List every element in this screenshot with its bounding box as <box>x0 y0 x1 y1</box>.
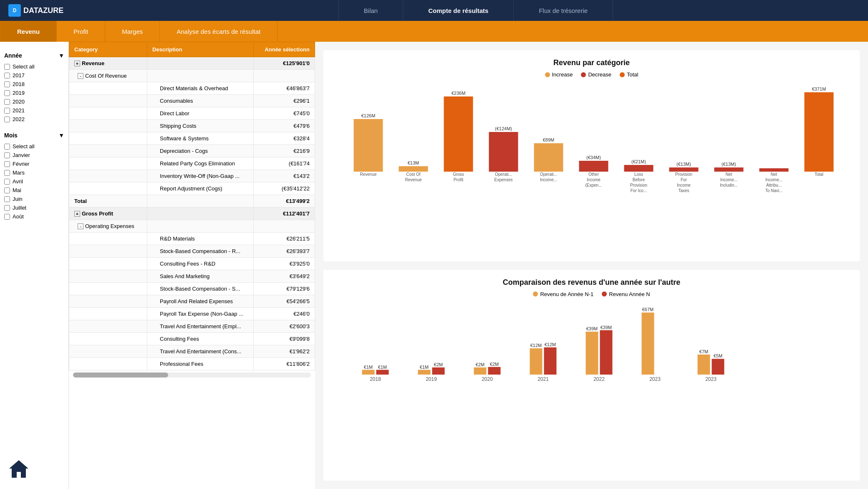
nav-compte[interactable]: Compte de résultats <box>403 0 514 21</box>
data-desc: Sales And Marketing <box>147 270 254 283</box>
data-desc: Software & Systems <box>147 132 254 145</box>
col-description[interactable]: Description <box>147 42 254 57</box>
tab-marges[interactable]: Marges <box>105 21 160 42</box>
svg-text:€67M: €67M <box>642 307 654 312</box>
svg-text:2019: 2019 <box>426 376 437 382</box>
svg-text:Expenses: Expenses <box>495 177 513 182</box>
year-2021[interactable]: 2021 <box>4 106 64 115</box>
data-desc: Related Party Cogs Elimination <box>147 157 254 170</box>
month-fevrier-checkbox[interactable] <box>4 161 10 167</box>
month-janvier-label: Janvier <box>13 152 30 158</box>
month-mars[interactable]: Mars <box>4 168 64 177</box>
year-2022-checkbox[interactable] <box>4 117 10 122</box>
select-all-annee-checkbox[interactable] <box>4 64 10 70</box>
data-amount: (€161'74 <box>253 157 315 170</box>
nav-bilan[interactable]: Bilan <box>338 0 403 21</box>
svg-text:2020: 2020 <box>482 376 493 382</box>
month-mai[interactable]: Mai <box>4 186 64 195</box>
chart1-legend: Increase Decrease Total <box>332 71 851 78</box>
svg-text:Cost Of: Cost Of <box>406 172 421 177</box>
total-amount: €13'499'2 <box>253 195 315 208</box>
year-2019[interactable]: 2019 <box>4 89 64 97</box>
select-all-annee[interactable]: Select all <box>4 62 64 71</box>
tab-revenu[interactable]: Revenu <box>0 21 57 42</box>
col-annee[interactable]: Année sélectionn <box>253 42 315 57</box>
expand-btn[interactable]: + <box>74 211 80 217</box>
svg-text:€371M: €371M <box>812 86 826 91</box>
home-icon <box>8 459 29 479</box>
month-avril-label: Avril <box>13 178 23 185</box>
month-aout[interactable]: Août <box>4 212 64 221</box>
month-janvier[interactable]: Janvier <box>4 151 64 160</box>
home-button[interactable] <box>8 459 29 481</box>
chart2-legend: Revenu de Année N-1 Revenu Année N <box>332 291 851 297</box>
svg-rect-1 <box>354 119 383 172</box>
tab-analyse[interactable]: Analyse des écarts de résultat <box>160 21 278 42</box>
month-juin[interactable]: Juin <box>4 195 64 203</box>
data-category <box>69 233 147 245</box>
svg-text:€5M: €5M <box>714 353 722 358</box>
expand-btn[interactable]: - <box>78 223 83 229</box>
data-category <box>69 345 147 358</box>
svg-rect-4 <box>399 166 428 172</box>
horizontal-scrollbar[interactable] <box>73 372 311 378</box>
svg-text:Includin...: Includin... <box>720 183 738 187</box>
mois-label: Mois <box>4 132 18 139</box>
svg-text:2023: 2023 <box>649 376 661 382</box>
data-desc: Professional Fees <box>147 358 254 370</box>
svg-rect-12 <box>489 132 518 172</box>
month-fevrier-label: Février <box>13 161 29 167</box>
svg-text:(€124M): (€124M) <box>495 126 512 131</box>
svg-marker-0 <box>9 460 28 478</box>
subheader-label: -Cost Of Revenue <box>69 70 147 82</box>
expand-btn[interactable]: + <box>74 61 80 66</box>
year-2021-checkbox[interactable] <box>4 108 10 114</box>
month-avril[interactable]: Avril <box>4 177 64 186</box>
year-2020[interactable]: 2020 <box>4 97 64 106</box>
month-janvier-checkbox[interactable] <box>4 152 10 158</box>
year-2022[interactable]: 2022 <box>4 115 64 124</box>
group-desc <box>147 57 254 70</box>
data-category <box>69 295 147 308</box>
month-juillet[interactable]: Juillet <box>4 203 64 212</box>
month-fevrier[interactable]: Février <box>4 160 64 168</box>
col-category[interactable]: Category <box>69 42 147 57</box>
subheader-amount <box>253 70 315 82</box>
month-avril-checkbox[interactable] <box>4 179 10 185</box>
data-desc: Shipping Costs <box>147 120 254 132</box>
month-juin-checkbox[interactable] <box>4 196 10 202</box>
svg-rect-47 <box>805 92 834 172</box>
select-all-mois[interactable]: Select all <box>4 142 64 151</box>
svg-text:€7M: €7M <box>699 349 708 354</box>
select-all-mois-checkbox[interactable] <box>4 144 10 149</box>
nav-items: Bilan Compte de résultats Flux de trésor… <box>92 0 860 21</box>
svg-text:€2M: €2M <box>476 362 484 367</box>
year-2018[interactable]: 2018 <box>4 80 64 89</box>
year-2020-checkbox[interactable] <box>4 99 10 105</box>
year-2017[interactable]: 2017 <box>4 71 64 80</box>
top-navigation: D DATAZURE Bilan Compte de résultats Flu… <box>0 0 868 21</box>
month-mars-checkbox[interactable] <box>4 170 10 176</box>
nav-flux[interactable]: Flux de trésorerie <box>514 0 613 21</box>
data-amount: €79'129'6 <box>253 283 315 295</box>
year-2017-checkbox[interactable] <box>4 73 10 79</box>
svg-text:Operati...: Operati... <box>495 172 512 177</box>
month-juillet-checkbox[interactable] <box>4 205 10 211</box>
scrollbar-thumb[interactable] <box>73 372 168 378</box>
year-2019-checkbox[interactable] <box>4 90 10 96</box>
select-all-mois-label: Select all <box>13 143 35 149</box>
year-2018-checkbox[interactable] <box>4 81 10 87</box>
svg-text:Income...: Income... <box>765 177 782 182</box>
data-category <box>69 270 147 283</box>
expand-btn[interactable]: - <box>78 73 83 79</box>
month-aout-checkbox[interactable] <box>4 214 10 220</box>
data-category <box>69 333 147 345</box>
data-amount: €216'9 <box>253 145 315 157</box>
tab-profit[interactable]: Profit <box>57 21 105 42</box>
svg-rect-55 <box>418 370 431 374</box>
data-amount: €1'962'2 <box>253 345 315 358</box>
month-mai-checkbox[interactable] <box>4 187 10 193</box>
svg-text:Profit: Profit <box>454 177 464 182</box>
svg-text:€12M: €12M <box>545 342 556 347</box>
svg-text:€89M: €89M <box>543 137 555 142</box>
